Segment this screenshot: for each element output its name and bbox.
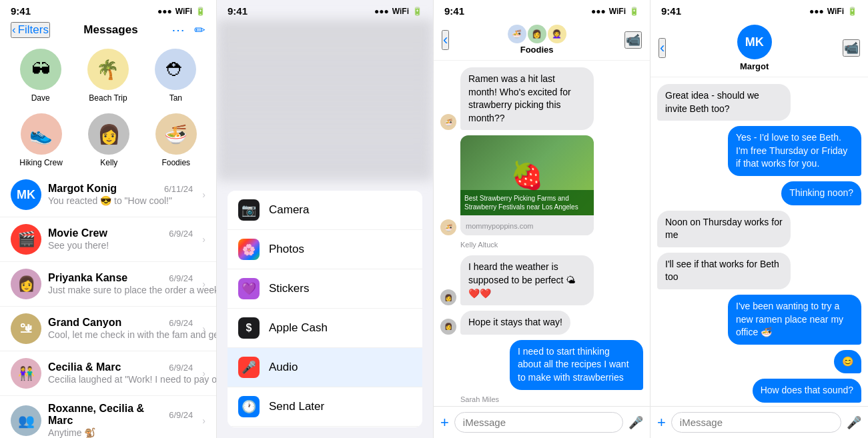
direct-message-input[interactable] xyxy=(671,412,841,433)
pin-name-beach-trip: Beach Trip xyxy=(89,93,127,103)
direct-chat-panel: 9:41 ●●● WiFi 🔋 ‹ MK Margot 📹 Great idea… xyxy=(650,0,868,438)
sender-sarah: Sarah Miles xyxy=(460,395,643,403)
stickers-icon-wrap: 💜 xyxy=(238,278,260,299)
sender-kelly: Kelly Altuck xyxy=(460,241,643,249)
add-attachment-icon-4[interactable]: + xyxy=(657,414,666,431)
msg-row-s4: 😊 xyxy=(657,350,861,374)
message-item-cecilia-marc[interactable]: 👫 Cecilia & Marc 6/9/24 Cecilia laughed … xyxy=(0,351,216,396)
message-item-grand-canyon[interactable]: 🏜 Grand Canyon 6/9/24 Cool, let me check… xyxy=(0,307,216,351)
avatar-margot-header[interactable]: MK xyxy=(737,25,772,59)
msg-top-margot: Margot Konig 6/11/24 xyxy=(48,183,193,195)
video-call-button-3[interactable]: 📹 xyxy=(624,31,642,49)
menu-label-send-later: Send Later xyxy=(269,400,324,413)
msg-preview-cecilia-marc: Cecilia laughed at "Work! I need to pay … xyxy=(48,374,216,385)
back-button-3[interactable]: ‹ xyxy=(442,30,449,50)
pin-foodies[interactable]: 🍜 Foodies xyxy=(155,113,197,167)
battery-icon-4: 🔋 xyxy=(847,7,857,16)
menu-panel: 9:41 ●●● WiFi 🔋 📷 Camera 🌸 Photos 💜 Stic… xyxy=(217,0,434,438)
add-attachment-icon[interactable]: + xyxy=(440,414,449,431)
msg-row-s1: Yes - I'd love to see Beth. I'm free Thu… xyxy=(657,126,861,176)
link-preview[interactable]: 🍓 Best Strawberry Picking Farms and Stra… xyxy=(460,135,594,235)
app-menu-list: 📷 Camera 🌸 Photos 💜 Stickers $ Apple Cas… xyxy=(228,191,422,427)
msg-content-margot: Margot Konig 6/11/24 You reacted 😎 to "H… xyxy=(48,183,193,207)
group-message-input[interactable] xyxy=(454,412,623,433)
video-call-button-4[interactable]: 📹 xyxy=(843,39,860,57)
camera-icon-wrap: 📷 xyxy=(238,199,260,221)
msg-preview-grand-canyon: Cool, let me check in with the fam and g… xyxy=(48,329,216,340)
pin-kelly[interactable]: 👩 Kelly xyxy=(88,113,129,167)
message-item-movie-crew[interactable]: 🎬 Movie Crew 6/9/24 See you there! › xyxy=(0,217,216,262)
group-chat-name[interactable]: Foodies xyxy=(520,45,554,55)
menu-label-audio: Audio xyxy=(269,361,298,374)
signal-icon-3: ●●● xyxy=(591,7,606,16)
bubble-kelly-2: Hope it stays that way! xyxy=(460,311,570,335)
message-item-roxanne[interactable]: 👥 Roxanne, Cecilia & Marc 6/9/24 Anytime… xyxy=(0,396,216,438)
chevron-cecilia-marc: › xyxy=(202,368,205,379)
msg-top-movie-crew: Movie Crew 6/9/24 xyxy=(48,227,193,239)
avatar-tan: ⛑ xyxy=(155,49,196,90)
status-bar-3: 9:41 ●●● WiFi 🔋 xyxy=(434,0,650,19)
back-button-4[interactable]: ‹ xyxy=(659,38,666,58)
filters-button[interactable]: ‹ Filters xyxy=(11,22,50,38)
bubble-s3: I've been wanting to try a new ramen pla… xyxy=(728,295,861,345)
send-later-icon-wrap: 🕐 xyxy=(238,396,260,417)
bubble-1: Ramen was a hit last month! Who's excite… xyxy=(460,67,594,130)
menu-item-send-later[interactable]: 🕐 Send Later xyxy=(228,387,422,427)
menu-label-apple-cash: Apple Cash xyxy=(269,321,328,335)
pin-beach-trip[interactable]: 🌴 Beach Trip xyxy=(87,49,129,103)
pin-tan[interactable]: ⛑ Tan xyxy=(155,49,196,103)
photos-icon: 🌸 xyxy=(242,243,256,256)
message-item-priyanka[interactable]: 👩 Priyanka Kanse 6/9/24 Just make sure t… xyxy=(0,262,216,307)
menu-item-photos[interactable]: 🌸 Photos xyxy=(228,230,422,269)
time-3: 9:41 xyxy=(444,5,464,17)
link-preview-text: mommypoppins.com xyxy=(460,215,594,235)
msg-top-priyanka: Priyanka Kanse 6/9/24 xyxy=(48,272,193,284)
message-row-sent-1: I need to start thinking about all the r… xyxy=(440,340,643,390)
menu-item-apple-cash[interactable]: $ Apple Cash xyxy=(228,309,422,348)
group-chat-header: ‹ 🍜 👩 👩‍🦱 Foodies 📹 xyxy=(434,19,650,61)
msg-date-movie-crew: 6/9/24 xyxy=(169,229,193,239)
bubble-s5: How does that sound? xyxy=(753,379,861,403)
chevron-grand-canyon: › xyxy=(202,323,205,334)
compose-icon[interactable]: ✏ xyxy=(194,22,205,38)
message-item-margot[interactable]: MK Margot Konig 6/11/24 You reacted 😎 to… xyxy=(0,173,216,217)
msg-preview-margot: You reacted 😎 to "How cool!" xyxy=(48,195,172,206)
direct-chat-contact-name: Margot xyxy=(740,61,769,71)
menu-item-more[interactable]: ▼ More xyxy=(228,427,422,427)
pin-dave[interactable]: 🕶 Dave xyxy=(20,49,61,103)
menu-item-audio[interactable]: 🎤 Audio xyxy=(228,348,422,387)
status-bar-4: 9:41 ●●● WiFi 🔋 xyxy=(650,0,868,19)
pin-name-hiking-crew: Hiking Crew xyxy=(19,158,63,167)
bubble-s1: Yes - I'd love to see Beth. I'm free Thu… xyxy=(728,126,861,176)
bubble-m1: Great idea - should we invite Beth too? xyxy=(657,84,791,121)
signal-icon-1: ●●● xyxy=(157,7,172,16)
msg-date-roxanne: 6/9/24 xyxy=(169,410,193,420)
bubble-sent-1: I need to start thinking about all the r… xyxy=(510,340,643,390)
signal-icon-2: ●●● xyxy=(374,7,389,16)
msg-date-priyanka: 6/9/24 xyxy=(169,273,193,283)
msg-top-grand-canyon: Grand Canyon 6/9/24 xyxy=(48,317,193,329)
status-bar-2: 9:41 ●●● WiFi 🔋 xyxy=(217,0,433,19)
msg-avatar-kelly-2: 👩 xyxy=(440,319,456,335)
pin-hiking-crew[interactable]: 👟 Hiking Crew xyxy=(19,113,63,167)
status-bar-1: 9:41 ●●● WiFi 🔋 xyxy=(0,0,216,19)
msg-row-s5: How does that sound? xyxy=(657,379,861,403)
msg-date-cecilia-marc: 6/9/24 xyxy=(169,363,193,373)
mic-icon-4[interactable]: 🎤 xyxy=(847,415,861,430)
group-avatar-2: 👩 xyxy=(528,25,546,43)
header-actions: ⋯ ✏ xyxy=(171,22,205,38)
link-preview-url: mommypoppins.com xyxy=(466,222,588,230)
group-chat-panel: 9:41 ●●● WiFi 🔋 ‹ 🍜 👩 👩‍🦱 Foodies 📹 🍜 Ra… xyxy=(434,0,650,438)
pin-name-dave: Dave xyxy=(31,93,50,103)
pin-name-foodies: Foodies xyxy=(161,158,190,167)
msg-date-margot: 6/11/24 xyxy=(164,184,193,194)
menu-icon[interactable]: ⋯ xyxy=(171,22,185,38)
menu-item-stickers[interactable]: 💜 Stickers xyxy=(228,269,422,309)
chevron-left-icon: ‹ xyxy=(12,23,16,37)
avatar-priyanka: 👩 xyxy=(11,269,41,299)
chevron-priyanka: › xyxy=(202,279,205,289)
mic-icon[interactable]: 🎤 xyxy=(628,415,643,430)
avatar-kelly: 👩 xyxy=(88,113,129,155)
direct-chat-header-center: MK Margot xyxy=(737,25,772,71)
menu-item-camera[interactable]: 📷 Camera xyxy=(228,191,422,230)
